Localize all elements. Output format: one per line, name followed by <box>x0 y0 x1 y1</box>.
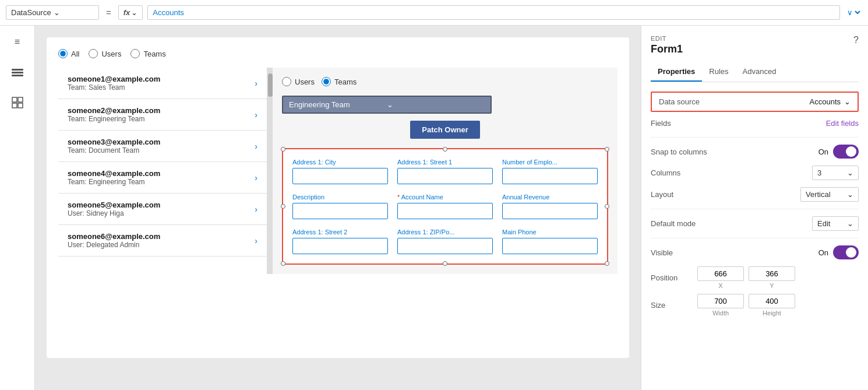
form-field-description: Description <box>292 194 388 219</box>
size-height-label: Height <box>763 310 781 317</box>
position-x-input[interactable] <box>697 266 744 281</box>
columns-dropdown[interactable]: 3 ⌄ <box>812 166 859 180</box>
field-input-account-name[interactable] <box>397 203 493 219</box>
size-height-input[interactable] <box>749 294 795 308</box>
datasource-dropdown[interactable]: DataSource ⌄ <box>6 5 99 20</box>
field-input-address-city[interactable] <box>292 168 388 184</box>
resize-handle-ml[interactable] <box>281 204 285 209</box>
vertical-scrollbar[interactable] <box>267 68 273 274</box>
chevron-right-icon: › <box>255 110 257 120</box>
default-mode-value: Edit <box>817 219 830 228</box>
position-y-wrap: Y <box>749 266 795 289</box>
canvas-area: All Users Teams someone1@example.com Tea… <box>35 26 641 390</box>
formula-dropdown[interactable]: ∨ <box>845 8 862 17</box>
resize-handle-tr[interactable] <box>605 147 609 152</box>
user-item[interactable]: someone1@example.com Team: Sales Team › <box>58 68 267 99</box>
columns-value: 3 <box>817 168 821 177</box>
fields-row: Fields Edit fields <box>651 119 859 128</box>
patch-owner-button[interactable]: Patch Owner <box>410 121 479 139</box>
layout-label: Layout <box>651 190 673 199</box>
edit-fields-link[interactable]: Edit fields <box>826 119 859 128</box>
position-y-input[interactable] <box>749 266 795 281</box>
inner-radio-users[interactable]: Users <box>282 77 315 86</box>
snap-to-columns-value: On <box>818 147 828 156</box>
radio-users[interactable]: Users <box>89 49 121 58</box>
resize-handle-bm[interactable] <box>443 261 447 266</box>
team-dropdown[interactable]: Engineering Team ⌄ <box>282 96 492 114</box>
properties-tabs: Properties Rules Advanced <box>651 62 859 82</box>
tab-rules[interactable]: Rules <box>702 62 735 82</box>
columns-label: Columns <box>651 168 680 177</box>
fields-label: Fields <box>651 119 671 128</box>
field-input-address-street1[interactable] <box>397 168 493 184</box>
inner-radio-group: Users Teams <box>282 77 608 86</box>
resize-handle-mr[interactable] <box>605 204 609 209</box>
layers-icon[interactable] <box>8 63 27 82</box>
position-inputs: X Y <box>697 266 795 289</box>
help-icon[interactable]: ? <box>853 35 859 45</box>
user-item[interactable]: someone5@example.com User: Sidney Higa › <box>58 194 267 225</box>
visible-row: Visible On <box>651 245 859 259</box>
radio-teams[interactable]: Teams <box>130 49 165 58</box>
resize-handle-br[interactable] <box>605 261 609 266</box>
form-container: Address 1: City Address 1: Street 1 Numb… <box>282 148 608 265</box>
snap-to-columns-label: Snap to columns <box>651 147 707 156</box>
menu-icon[interactable]: ≡ <box>8 33 27 51</box>
form-title: Form1 <box>651 43 859 55</box>
snap-to-columns-row: Snap to columns On <box>651 145 859 159</box>
tab-advanced[interactable]: Advanced <box>736 62 784 82</box>
form-field-address-street1: Address 1: Street 1 <box>397 159 493 184</box>
layout-value: Vertical <box>806 190 831 199</box>
form-grid: Address 1: City Address 1: Street 1 Numb… <box>292 159 598 254</box>
field-input-num-employees[interactable] <box>502 168 598 184</box>
position-x-label: X <box>718 282 722 289</box>
field-input-annual-revenue[interactable] <box>502 203 598 219</box>
team-dropdown-arrow-icon: ⌄ <box>387 100 485 109</box>
user-list: someone1@example.com Team: Sales Team › … <box>58 68 267 274</box>
position-row: Position X Y <box>651 266 859 289</box>
layout-dropdown[interactable]: Vertical ⌄ <box>800 187 859 202</box>
components-icon[interactable] <box>8 93 27 112</box>
default-mode-dropdown[interactable]: Edit ⌄ <box>812 216 859 231</box>
formula-input[interactable] <box>147 5 840 20</box>
resize-handle-bl[interactable] <box>281 261 285 266</box>
field-input-address-zip[interactable] <box>397 238 493 254</box>
snap-to-columns-toggle[interactable] <box>833 145 859 159</box>
field-label-description: Description <box>292 194 388 201</box>
size-label: Size <box>651 301 697 310</box>
svg-rect-0 <box>12 97 17 102</box>
resize-handle-tm[interactable] <box>443 147 447 152</box>
datasource-chevron-icon: ⌄ <box>54 8 94 17</box>
field-input-address-street2[interactable] <box>292 238 388 254</box>
position-y-label: Y <box>770 282 774 289</box>
user-item[interactable]: someone4@example.com Team: Engineering T… <box>58 162 267 194</box>
form-field-account-name: * Account Name <box>397 194 493 219</box>
tab-properties[interactable]: Properties <box>651 62 702 82</box>
radio-all[interactable]: All <box>58 49 79 58</box>
resize-handle-tl[interactable] <box>281 147 285 152</box>
user-item[interactable]: someone2@example.com Team: Engineering T… <box>58 99 267 131</box>
size-height-wrap: Height <box>749 294 795 317</box>
fx-button[interactable]: fx ⌄ <box>118 5 143 20</box>
field-input-description[interactable] <box>292 203 388 219</box>
visible-toggle-knob <box>846 247 856 258</box>
visible-value: On <box>818 248 828 257</box>
scrollbar-thumb[interactable] <box>268 73 273 97</box>
field-input-main-phone[interactable] <box>502 238 598 254</box>
field-label-num-employees: Number of Emplo... <box>502 159 598 166</box>
team-dropdown-value: Engineering Team <box>289 100 387 109</box>
field-label-address-city: Address 1: City <box>292 159 388 166</box>
chevron-right-icon: › <box>255 236 257 245</box>
left-sidebar: ≡ <box>0 26 35 390</box>
form-field-main-phone: Main Phone <box>502 229 598 254</box>
fx-label: fx <box>124 8 130 17</box>
equals-sign: = <box>104 8 114 17</box>
layout-row: Layout Vertical ⌄ <box>651 187 859 202</box>
visible-toggle[interactable] <box>833 245 859 259</box>
size-width-input[interactable] <box>697 294 744 308</box>
user-item[interactable]: someone3@example.com Team: Document Team… <box>58 131 267 162</box>
inner-radio-teams[interactable]: Teams <box>322 77 357 86</box>
datasource-value[interactable]: Accounts ⌄ <box>810 97 851 106</box>
user-item[interactable]: someone6@example.com User: Delegated Adm… <box>58 225 267 257</box>
size-row: Size Width Height <box>651 294 859 317</box>
